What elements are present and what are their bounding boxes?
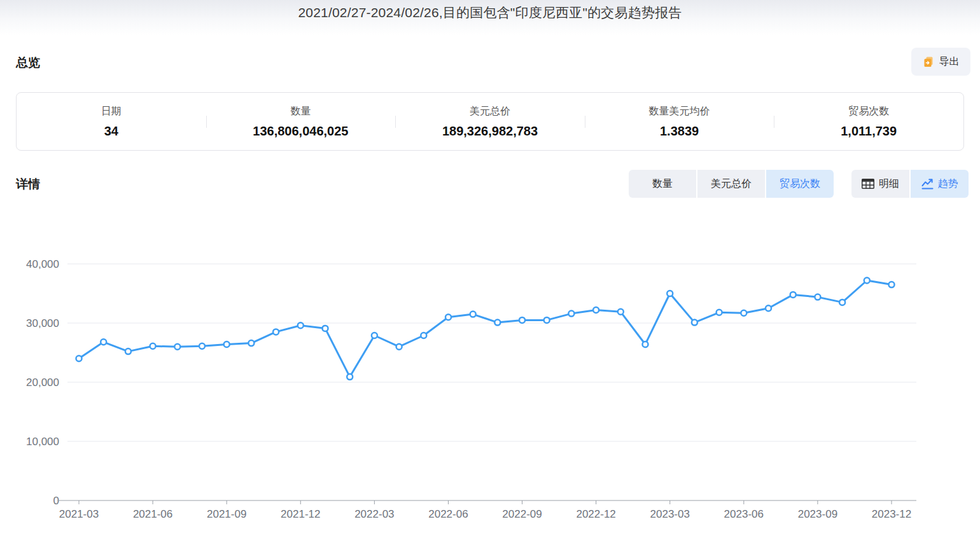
- x-axis-label: 2023-06: [724, 508, 764, 520]
- x-axis-label: 2023-09: [798, 508, 837, 520]
- data-point[interactable]: [445, 314, 451, 320]
- stat-label: 数量: [290, 105, 311, 118]
- stat-value: 189,326,982,783: [442, 124, 538, 139]
- y-axis-label: 30,000: [26, 317, 59, 329]
- metric-tab-group: 数量 美元总价 贸易次数: [629, 170, 834, 198]
- data-point[interactable]: [593, 307, 599, 313]
- data-point[interactable]: [667, 291, 673, 296]
- trend-line-chart[interactable]: 010,00020,00030,00040,0002021-032021-062…: [0, 229, 980, 534]
- data-point[interactable]: [839, 300, 845, 305]
- x-axis-label: 2023-12: [872, 508, 911, 520]
- data-point[interactable]: [298, 322, 304, 328]
- tab-quantity[interactable]: 数量: [629, 170, 696, 198]
- data-point[interactable]: [643, 341, 648, 347]
- data-point[interactable]: [76, 355, 82, 361]
- y-axis-label: 20,000: [26, 376, 59, 389]
- stat-trade-count: 贸易次数 1,011,739: [774, 105, 963, 139]
- page-title: 2021/02/27-2024/02/26,目的国包含"印度尼西亚"的交易趋势报…: [0, 4, 980, 22]
- data-point[interactable]: [347, 374, 353, 380]
- y-axis-label: 10,000: [26, 436, 59, 448]
- x-axis-label: 2021-09: [207, 508, 246, 520]
- data-point[interactable]: [150, 343, 156, 349]
- details-heading: 详情: [16, 176, 40, 193]
- data-point[interactable]: [125, 348, 131, 354]
- export-button[interactable]: 导出: [911, 48, 970, 76]
- x-axis-label: 2023-03: [650, 508, 690, 520]
- x-axis-label: 2022-12: [576, 508, 615, 520]
- data-point[interactable]: [692, 320, 697, 326]
- stat-label: 数量美元均价: [649, 105, 710, 118]
- trend-chart-svg: 010,00020,00030,00040,0002021-032021-062…: [0, 229, 980, 534]
- data-point[interactable]: [790, 292, 796, 298]
- data-point[interactable]: [470, 312, 476, 317]
- tab-trade-count[interactable]: 贸易次数: [766, 170, 834, 198]
- stat-date-count: 日期 34: [17, 105, 206, 139]
- overview-stats-card: 日期 34 数量 136,806,046,025 美元总价 189,326,98…: [16, 92, 964, 151]
- data-point[interactable]: [519, 317, 525, 323]
- stat-label: 贸易次数: [848, 105, 889, 118]
- data-point[interactable]: [248, 340, 254, 346]
- data-point[interactable]: [372, 333, 377, 338]
- stat-quantity: 数量 136,806,046,025: [206, 105, 396, 139]
- stat-value: 34: [104, 124, 118, 139]
- export-button-label: 导出: [939, 55, 960, 69]
- stat-usd-total: 美元总价 189,326,982,783: [395, 105, 585, 139]
- tab-detail-view[interactable]: 明细: [851, 170, 909, 198]
- x-axis-label: 2022-09: [502, 508, 542, 520]
- stat-label: 美元总价: [470, 105, 510, 118]
- stat-avg-usd-price: 数量美元均价 1.3839: [585, 105, 774, 139]
- trend-line-series: [79, 280, 892, 377]
- data-point[interactable]: [224, 341, 230, 347]
- data-point[interactable]: [396, 344, 402, 350]
- data-point[interactable]: [815, 294, 820, 300]
- data-point[interactable]: [174, 344, 180, 350]
- data-point[interactable]: [864, 278, 870, 284]
- stat-value: 1.3839: [660, 124, 699, 139]
- stat-label: 日期: [101, 105, 122, 118]
- data-point[interactable]: [741, 310, 746, 316]
- overview-heading: 总览: [16, 55, 40, 71]
- x-axis-label: 2021-12: [281, 508, 320, 520]
- trend-report-page: 2021/02/27-2024/02/26,目的国包含"印度尼西亚"的交易趋势报…: [0, 0, 980, 538]
- stat-value: 1,011,739: [841, 124, 897, 139]
- tab-usd-total[interactable]: 美元总价: [697, 170, 765, 198]
- data-point[interactable]: [421, 333, 426, 338]
- data-point[interactable]: [618, 309, 624, 315]
- data-point[interactable]: [323, 326, 328, 331]
- stat-value: 136,806,046,025: [253, 124, 348, 139]
- x-axis-label: 2021-06: [133, 508, 172, 520]
- data-point[interactable]: [199, 343, 205, 349]
- data-point[interactable]: [568, 311, 574, 317]
- data-point[interactable]: [889, 282, 895, 287]
- data-point[interactable]: [494, 320, 500, 326]
- data-point[interactable]: [544, 317, 550, 323]
- y-axis-label: 40,000: [26, 258, 59, 270]
- data-point[interactable]: [717, 310, 722, 315]
- data-point[interactable]: [766, 305, 771, 311]
- x-axis-label: 2021-03: [59, 508, 99, 520]
- export-file-icon: [923, 56, 935, 68]
- view-tab-group: 明细 趋势: [851, 170, 969, 198]
- tab-label: 趋势: [938, 177, 958, 191]
- trend-chart-icon: [921, 179, 934, 190]
- data-point[interactable]: [273, 329, 279, 335]
- tab-label: 明细: [879, 177, 899, 191]
- data-point[interactable]: [101, 339, 106, 345]
- table-icon: [862, 179, 874, 189]
- x-axis-label: 2022-06: [428, 508, 468, 520]
- x-axis-label: 2022-03: [354, 508, 394, 520]
- tab-trend-view[interactable]: 趋势: [911, 170, 969, 198]
